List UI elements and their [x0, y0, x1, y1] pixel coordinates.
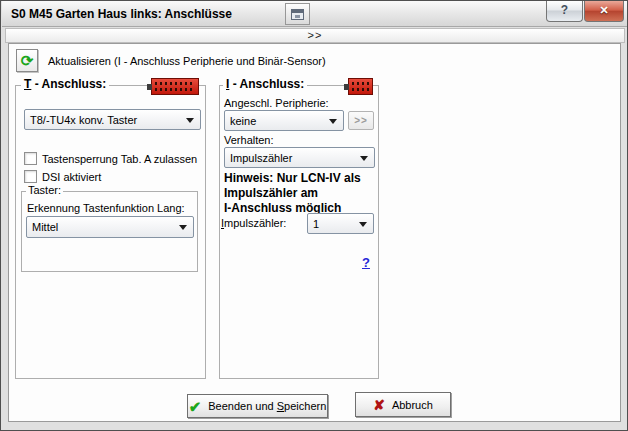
window-title: S0 M45 Garten Haus links: Anschlüsse [11, 1, 232, 27]
save-and-close-button[interactable]: ✔ Beenden und Speichern [187, 394, 328, 418]
i-connector-icon [348, 78, 373, 95]
erkennung-label: Erkennung Tastenfunktion Lang: [27, 202, 185, 214]
window-icon [291, 9, 304, 20]
save-button-label: Beenden und Speichern [208, 400, 326, 412]
tastensperrung-label: Tastensperrung Tab. A zulassen [42, 153, 197, 165]
hinweis-line: Hinweis: Nur LCN-IV als [224, 171, 361, 186]
t-connector-icon [151, 78, 199, 95]
impulszaehler-label: Impulszähler: [221, 217, 286, 229]
help-icon: ? [561, 3, 568, 17]
verhalten-label: Verhalten: [224, 134, 274, 146]
check-icon: ✔ [189, 399, 202, 414]
save-label-accel: S [277, 400, 284, 412]
impulszaehler-value: 1 [313, 218, 319, 230]
peripherie-value: keine [230, 115, 256, 127]
close-button[interactable]: ✕ [584, 1, 624, 22]
connector-pins [352, 82, 369, 85]
refresh-icon: ⟳ [21, 53, 34, 68]
close-icon: ✕ [599, 4, 608, 16]
erkennung-value: Mittel [32, 221, 58, 233]
main-panel: ⟳ Aktualisieren (I - Anschluss Peripheri… [8, 43, 621, 422]
context-help-link[interactable]: ? [362, 255, 370, 270]
taster-type-value: T8/-TU4x konv. Taster [30, 114, 137, 126]
chevron-down-icon [179, 225, 187, 230]
chevron-down-icon [360, 156, 368, 161]
i-anschluss-title-rest: - Anschluss: [229, 77, 304, 91]
cancel-button-label: Abbruch [392, 399, 433, 411]
t-anschluss-group-title: T - Anschluss: [21, 77, 109, 91]
hinweis-text: Hinweis: Nur LCN-IV als Impulszähler am … [224, 171, 361, 216]
cross-icon: ✘ [373, 398, 385, 412]
verhalten-value: Impulszähler [230, 152, 292, 164]
peripherie-more-button[interactable]: >> [348, 111, 374, 130]
refresh-button[interactable]: ⟳ [16, 49, 38, 72]
taster-type-select[interactable]: T8/-TU4x konv. Taster [24, 109, 201, 130]
taster-group: Taster: Erkennung Tastenfunktion Lang: M… [21, 191, 198, 272]
connector-pins [155, 82, 195, 85]
impulszaehler-label-rest: mpulszähler: [224, 217, 286, 229]
expander-button[interactable]: >> [5, 28, 625, 43]
cancel-button[interactable]: ✘ Abbruch [355, 392, 451, 417]
detach-window-button[interactable] [285, 3, 310, 25]
taster-group-title: Taster: [26, 184, 63, 196]
dsi-label: DSI aktiviert [42, 171, 101, 183]
i-anschluss-group-title: I - Anschluss: [223, 77, 307, 91]
erkennung-select[interactable]: Mittel [26, 216, 194, 238]
peripherie-label: Angeschl. Peripherie: [224, 97, 329, 109]
chevron-down-icon [329, 119, 337, 124]
chevron-down-icon [186, 118, 194, 123]
expander-label: >> [308, 29, 323, 41]
dialog-window: S0 M45 Garten Haus links: Anschlüsse ? ✕… [0, 0, 628, 431]
t-anschluss-title-rest: - Anschluss: [31, 77, 106, 91]
peripherie-more-label: >> [354, 115, 368, 126]
i-anschluss-group: I - Anschluss: Angeschl. Peripherie: kei… [219, 85, 379, 379]
connector-pins [352, 88, 369, 91]
titlebar[interactable]: S0 M45 Garten Haus links: Anschlüsse ? ✕ [2, 1, 627, 27]
impulszaehler-select[interactable]: 1 [307, 213, 374, 234]
t-anschluss-group: T - Anschluss: T8/-TU4x konv. Taster Tas… [15, 85, 206, 379]
dsi-checkbox[interactable] [24, 170, 37, 183]
hinweis-line: Impulszähler am [224, 186, 361, 201]
tastensperrung-checkbox-row[interactable]: Tastensperrung Tab. A zulassen [24, 152, 197, 165]
save-label-pre: Beenden und [208, 400, 277, 412]
tastensperrung-checkbox[interactable] [24, 152, 37, 165]
dsi-checkbox-row[interactable]: DSI aktiviert [24, 170, 101, 183]
chevron-down-icon [359, 222, 367, 227]
verhalten-select[interactable]: Impulszähler [224, 147, 375, 168]
refresh-label: Aktualisieren (I - Anschluss Peripherie … [48, 55, 326, 67]
peripherie-select[interactable]: keine [224, 110, 344, 131]
save-label-post: peichern [284, 400, 326, 412]
connector-pins [155, 88, 195, 91]
help-button[interactable]: ? [546, 1, 583, 22]
